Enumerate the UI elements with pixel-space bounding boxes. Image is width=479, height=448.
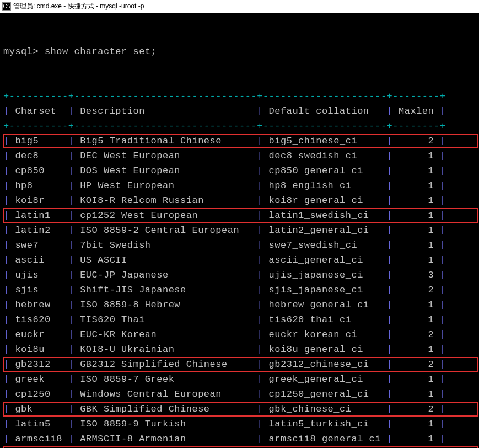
prompt-line: mysql> show character set;	[3, 44, 476, 59]
table-row: | koi8u | KOI8-U Ukrainian | koi8u_gener…	[3, 342, 476, 357]
terminal-body[interactable]: mysql> show character set; +----------+-…	[0, 13, 479, 448]
highlight-box	[3, 208, 478, 223]
prompt-command: show character set;	[45, 46, 157, 57]
table-row: | koi8r | KOI8-R Relcom Russian | koi8r_…	[3, 193, 476, 208]
table-row: | hebrew | ISO 8859-8 Hebrew | hebrew_ge…	[3, 297, 476, 312]
table-row: | greek | ISO 8859-7 Greek | greek_gener…	[3, 372, 476, 387]
table-sep: +----------+----------------------------…	[3, 119, 476, 134]
table-row: | latin1 | cp1252 West European | latin1…	[3, 208, 476, 223]
table-row: | big5 | Big5 Traditional Chinese | big5…	[3, 134, 476, 148]
highlight-box	[3, 402, 478, 417]
table-row: | gbk | GBK Simplified Chinese | gbk_chi…	[3, 402, 476, 417]
table-row: | dec8 | DEC West European | dec8_swedis…	[3, 148, 476, 163]
table-header: | Charset | Description | Default collat…	[3, 104, 476, 119]
table-row: | ascii | US ASCII | ascii_general_ci | …	[3, 253, 476, 268]
table-row: | sjis | Shift-JIS Japanese | sjis_japan…	[3, 282, 476, 297]
table-row: | latin2 | ISO 8859-2 Central European |…	[3, 223, 476, 238]
title-bar[interactable]: C:\ 管理员: cmd.exe - 快捷方式 - mysql -uroot -…	[0, 0, 479, 13]
table-row: | tis620 | TIS620 Thai | tis620_thai_ci …	[3, 312, 476, 327]
table-row: | latin5 | ISO 8859-9 Turkish | latin5_t…	[3, 417, 476, 431]
table: +----------+----------------------------…	[3, 89, 476, 448]
table-row: | cp850 | DOS West European | cp850_gene…	[3, 163, 476, 178]
table-row: | ujis | EUC-JP Japanese | ujis_japanese…	[3, 268, 476, 282]
highlight-box	[3, 357, 478, 372]
cmd-icon: C:\	[2, 2, 11, 11]
highlight-box	[3, 134, 478, 148]
table-row: | euckr | EUC-KR Korean | euckr_korean_c…	[3, 327, 476, 342]
table-row: | cp1250 | Windows Central European | cp…	[3, 387, 476, 402]
table-row: | gb2312 | GB2312 Simplified Chinese | g…	[3, 357, 476, 372]
table-sep: +----------+----------------------------…	[3, 89, 476, 104]
window-title: 管理员: cmd.exe - 快捷方式 - mysql -uroot -p	[13, 2, 144, 11]
table-row: | hp8 | HP West European | hp8_english_c…	[3, 178, 476, 193]
prompt-label: mysql>	[3, 46, 39, 57]
table-row: | armscii8 | ARMSCII-8 Armenian | armsci…	[3, 431, 476, 446]
table-row: | swe7 | 7bit Swedish | swe7_swedish_ci …	[3, 238, 476, 253]
